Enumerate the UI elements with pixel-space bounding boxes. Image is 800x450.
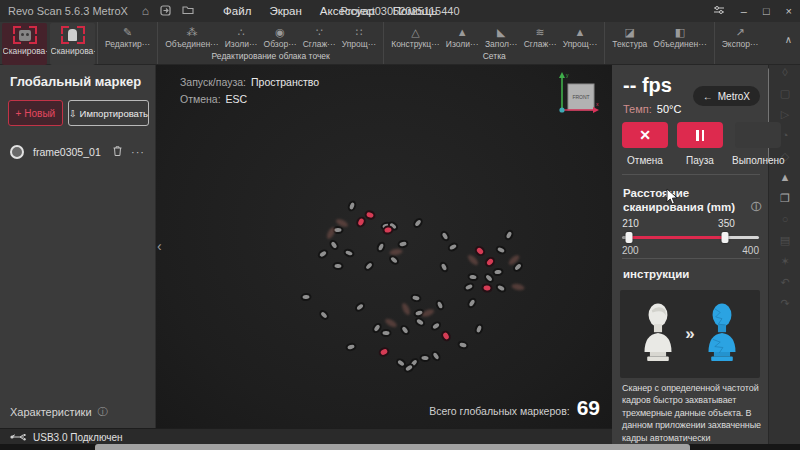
tool-construct[interactable]: △Конструкц··· <box>388 22 442 49</box>
tool-edit[interactable]: ✎Редактир··· <box>102 22 153 49</box>
project-name: Project03052025115440 <box>340 5 459 17</box>
tool-overview[interactable]: ◉Обзор··· <box>261 22 300 49</box>
bust-scan-image <box>704 301 740 367</box>
trash-icon[interactable] <box>112 143 123 161</box>
minimize-button[interactable]: – <box>741 6 747 17</box>
tool-fill-holes[interactable]: ◣Запол··· <box>482 22 521 49</box>
tool-texture[interactable]: ◪Текстура <box>609 22 650 49</box>
radio-button[interactable] <box>10 145 24 159</box>
instructions-text: Сканер с определенной частотой кадров бы… <box>622 382 764 450</box>
status-bar: USB3.0 Подключен <box>0 428 612 445</box>
marker-total: Всего глобальных маркеров: 69 <box>429 396 600 420</box>
flag-icon[interactable]: ▷ <box>781 108 789 121</box>
connection-status: USB3.0 Подключен <box>33 432 123 443</box>
toolbar-group-1: ✎Редактир··· <box>97 22 157 64</box>
marker <box>362 259 375 273</box>
simplify-mesh-icon: ▲ <box>575 25 586 39</box>
viewport-hints: Запуск/пауза:Пространство Отмена:ESC <box>180 76 319 110</box>
marker-faint <box>400 302 411 316</box>
wrench-icon[interactable]: ◊ <box>782 66 787 79</box>
marker <box>397 239 410 249</box>
smooth-points-icon: ∵ <box>316 25 323 39</box>
tool-export[interactable]: ↗Экспор··· <box>719 22 762 49</box>
slider-low-value: 210 <box>622 218 639 229</box>
page-icon[interactable]: ▤ <box>780 234 790 247</box>
navigation-gizmo[interactable]: FRONT x y <box>552 68 600 118</box>
redo-icon[interactable]: ↷ <box>780 297 789 310</box>
marker <box>419 354 430 363</box>
toolbar-collapse-icon[interactable]: ∧ <box>785 34 792 45</box>
marker-faint <box>389 248 403 256</box>
device-button[interactable]: ← MetroX <box>693 86 760 106</box>
menu-item-2[interactable]: Экран <box>260 3 310 19</box>
new-marker-button[interactable]: + Новый <box>8 100 63 126</box>
marker <box>410 293 423 303</box>
settings-sliders-icon[interactable] <box>713 5 725 17</box>
viewport-3d[interactable]: Запуск/пауза:Пространство Отмена:ESC FRO… <box>156 64 612 428</box>
copy-icon[interactable]: ❐ <box>780 192 790 205</box>
taskbar-strip[interactable] <box>95 444 690 450</box>
scan-button-2[interactable]: Сканирова··· <box>50 23 95 65</box>
simplify-points-icon: ∷ <box>355 25 362 39</box>
marker <box>413 316 427 329</box>
marker-count: 69 <box>577 396 600 420</box>
cancel-button[interactable]: ✕ <box>622 122 668 148</box>
group-label: Сетка <box>483 50 506 62</box>
export-icon: ↗ <box>735 25 744 39</box>
maximize-button[interactable]: □ <box>763 6 770 17</box>
tool-smooth[interactable]: ∵Сглаж··· <box>300 22 339 49</box>
cube-icon[interactable]: ▢ <box>780 87 790 100</box>
scan-frame-icon <box>13 26 37 44</box>
fps-readout: -- fps <box>623 74 672 97</box>
marker <box>462 281 475 293</box>
select-triangle-icon[interactable]: ▲ <box>780 171 791 184</box>
tool-mesh-isolate[interactable]: ▲Изоли··· <box>443 22 482 49</box>
tool-mesh-smooth[interactable]: ≋Сглаж··· <box>521 22 560 49</box>
collapse-left-panel-handle[interactable]: ‹ <box>157 238 162 254</box>
import-icon: ⇩ <box>69 108 77 119</box>
scan-button-1[interactable]: Сканирова··· <box>2 23 47 65</box>
marker-red <box>377 345 391 358</box>
slider-max: 400 <box>742 245 759 256</box>
folder-icon[interactable] <box>182 5 194 17</box>
app-title: Revo Scan 5.6.3 MetroX <box>8 5 128 17</box>
divider <box>622 174 760 175</box>
pause-button[interactable] <box>677 122 723 148</box>
tool-merge-models[interactable]: ◧Объединен··· <box>650 22 709 49</box>
characteristics-section[interactable]: Характеристики ⓘ <box>10 405 108 419</box>
marker <box>466 296 479 310</box>
close-button[interactable]: × <box>786 6 792 17</box>
list-item[interactable]: frame0305_01 ··· <box>0 142 155 162</box>
bust-photo-image <box>640 301 676 367</box>
scan-buttons: Сканирова···Сканирова··· <box>2 23 95 65</box>
cancel-x-icon: ✕ <box>639 127 651 143</box>
toolbar-group-3: △Конструкц···▲Изоли···◣Запол···≋Сглаж···… <box>383 22 604 64</box>
share-window-icon[interactable] <box>160 5 171 18</box>
tool-simplify[interactable]: ∷Упрощ··· <box>339 22 380 49</box>
slider-handle-high[interactable] <box>721 232 728 243</box>
info-icon: ⓘ <box>98 405 108 419</box>
marker <box>380 329 391 337</box>
left-panel: Глобальный маркер + Новый ⇩ Импортироват… <box>0 64 156 428</box>
double-chevron-icon: » <box>685 324 694 344</box>
menu-item-1[interactable]: Файл <box>214 3 260 19</box>
marker <box>375 240 387 253</box>
import-button[interactable]: ⇩ Импортировать <box>68 100 149 126</box>
tool-merge[interactable]: ⁂Объединен··· <box>162 22 221 49</box>
texture-icon: ◪ <box>625 25 635 39</box>
tool-isolate[interactable]: ∴Изоли··· <box>222 22 261 49</box>
tree-icon[interactable]: ✶ <box>780 255 789 268</box>
frame-name: frame0305_01 <box>33 146 112 158</box>
more-options-icon[interactable]: ··· <box>131 146 145 158</box>
slider-track[interactable] <box>622 236 759 239</box>
home-icon[interactable]: ⌂ <box>142 5 149 17</box>
slider-handle-low[interactable] <box>625 232 632 243</box>
target-icon[interactable]: ○ <box>782 213 789 226</box>
marker <box>300 293 312 302</box>
tool-mesh-simplify[interactable]: ▲Упрощ··· <box>560 22 601 49</box>
mouse-cursor <box>666 188 679 206</box>
undo-icon[interactable]: ↶ <box>780 276 789 289</box>
done-button[interactable] <box>735 122 781 148</box>
svg-text:x: x <box>596 101 599 107</box>
pause-icon <box>696 130 704 141</box>
